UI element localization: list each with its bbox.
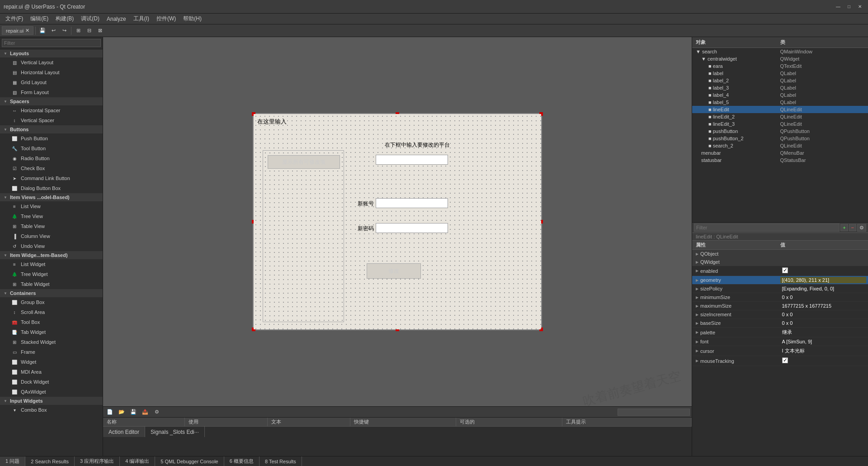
widget-filter-input[interactable] (2, 39, 101, 47)
close-button[interactable]: ✕ (855, 2, 864, 11)
col-shortcut[interactable]: 快捷键 (350, 418, 456, 426)
widget-item-radiobutton[interactable]: ◉Radio Button (0, 153, 103, 163)
widget-item-horizontalspacer[interactable]: ↔Horizontal Spacer (0, 105, 103, 115)
obj-item-search[interactable]: ▼ search QMainWindow (692, 48, 868, 55)
align-right-btn[interactable]: ⊠ (95, 26, 105, 36)
widget-item-listwidget[interactable]: ≡List Widget (0, 259, 103, 269)
col-use[interactable]: 使用 (185, 418, 268, 426)
menu-item-f[interactable]: 文件(F) (2, 14, 27, 24)
obj-item-statusbar[interactable]: statusbar QStatusBar (692, 157, 868, 164)
new-account-input[interactable] (376, 198, 448, 208)
open-action-btn[interactable]: 📂 (117, 407, 127, 417)
menu-item-analyze[interactable]: Analyze (103, 15, 130, 23)
widget-item-combobox[interactable]: ▾Combo Box (0, 405, 103, 415)
prop-remove-btn[interactable]: − (849, 224, 856, 231)
widget-item-columnview[interactable]: ▐Column View (0, 231, 103, 241)
section-itemwidgetembased[interactable]: ▼Item Widge...tem-Based) (0, 251, 103, 259)
maximize-button[interactable]: □ (844, 2, 854, 11)
widget-item-treewidget[interactable]: 🌲Tree Widget (0, 269, 103, 279)
save-action-btn[interactable]: 💾 (128, 407, 138, 417)
new-action-btn[interactable]: 📄 (105, 407, 115, 417)
prop-row-enabled[interactable]: ▶enabled (692, 266, 868, 276)
file-tab[interactable]: repair.ui ✕ (2, 26, 33, 35)
settings-action-btn[interactable]: ⚙ (152, 407, 162, 417)
status-tab-4[interactable]: 5 QML Debugger Console (155, 456, 224, 466)
widget-item-dialogbuttonbox[interactable]: ⬜Dialog Button Box (0, 183, 103, 193)
widget-item-scrollarea[interactable]: ↕Scroll Area (0, 307, 103, 317)
minimize-button[interactable]: — (834, 2, 843, 11)
widget-item-commandlinkbutton[interactable]: ➤Command Link Button (0, 173, 103, 183)
status-tab-6[interactable]: 8 Test Results (259, 456, 302, 466)
section-itemviewsodelbased[interactable]: ▼Item Views ...odel-Based) (0, 193, 103, 201)
status-tab-5[interactable]: 6 概要信息 (224, 456, 259, 466)
status-tab-2[interactable]: 3 应用程序输出 (75, 456, 120, 466)
prop-section-qobject[interactable]: ▶QObject (692, 250, 868, 258)
status-tab-3[interactable]: 4 编译输出 (120, 456, 155, 466)
prop-section-qwidget[interactable]: ▶QWidget (692, 258, 868, 266)
widget-item-groupbox[interactable]: ⬜Group Box (0, 297, 103, 307)
widget-item-frame[interactable]: ▭Frame (0, 347, 103, 357)
menu-item-i[interactable]: 工具(I) (130, 14, 153, 24)
widget-item-tabwidget[interactable]: 📑Tab Widget (0, 327, 103, 337)
prop-row-geometry[interactable]: ▶geometry [(410, 280), 211 x 21] (692, 276, 868, 285)
section-buttons[interactable]: ▼Buttons (0, 125, 103, 133)
section-spacers[interactable]: ▼Spacers (0, 97, 103, 105)
align-left-btn[interactable]: ⊞ (73, 26, 83, 36)
menu-item-w[interactable]: 控件(W) (153, 14, 179, 24)
section-containers[interactable]: ▼Containers (0, 289, 103, 297)
prop-row-palette[interactable]: ▶palette 继承 (692, 328, 868, 338)
prop-row-basesize[interactable]: ▶baseSize 0 x 0 (692, 319, 868, 328)
new-password-input[interactable] (376, 223, 448, 233)
menu-item-b[interactable]: 构建(B) (52, 14, 77, 24)
obj-item-search_2[interactable]: ■ search_2 QLineEdit (692, 142, 868, 149)
prop-row-cursor[interactable]: ▶cursor I 文本光标 (692, 346, 868, 356)
save-btn[interactable]: 💾 (38, 26, 47, 36)
form-window[interactable]: 在这里输入 显示所有可修改项 在下框中输入要修改的平台 (253, 113, 542, 330)
widget-item-widget[interactable]: ⬜Widget (0, 357, 103, 367)
widget-item-undoview[interactable]: ↺Undo View (0, 241, 103, 251)
obj-item-menubar[interactable]: menubar QMenuBar (692, 149, 868, 157)
widget-item-stackedwidget[interactable]: ⊞Stacked Widget (0, 337, 103, 347)
status-tab-1[interactable]: 2 Search Results (25, 456, 75, 466)
menu-item-e[interactable]: 编辑(E) (27, 14, 52, 24)
widget-item-verticalspacer[interactable]: ↕Vertical Spacer (0, 115, 103, 125)
widget-item-pushbutton[interactable]: ⬜Push Button (0, 133, 103, 143)
prop-row-sizeincrement[interactable]: ▶sizeIncrement 0 x 0 (692, 310, 868, 319)
action-editor-tab[interactable]: Action Editor (103, 427, 145, 437)
col-checkable[interactable]: 可选的 (456, 418, 562, 426)
widget-item-toolbutton[interactable]: 🔧Tool Button (0, 143, 103, 153)
platform-input[interactable] (376, 155, 448, 165)
prop-filter-input[interactable] (694, 223, 840, 232)
obj-item-label[interactable]: ■ label QLabel (692, 70, 868, 77)
undo-btn[interactable]: ↩ (48, 26, 58, 36)
show-all-button[interactable]: 显示所有可修改项 (268, 155, 340, 169)
action-filter-input[interactable]: Filter (618, 409, 690, 416)
prop-row-maximumsize[interactable]: ▶maximumSize 16777215 x 16777215 (692, 302, 868, 310)
redo-btn[interactable]: ↪ (59, 26, 69, 36)
col-tooltip[interactable]: 工具提示 (562, 418, 691, 426)
widget-item-toolbox[interactable]: 🧰Tool Box (0, 317, 103, 327)
status-tab-0[interactable]: 1 问题 (0, 456, 25, 466)
widget-item-checkbox[interactable]: ☑Check Box (0, 163, 103, 173)
widget-item-horizontallayout[interactable]: ▤Horizontal Layout (0, 67, 103, 77)
obj-item-eara[interactable]: ■ eara QTextEdit (692, 62, 868, 70)
col-name[interactable]: 名称 (103, 418, 185, 426)
export-btn[interactable]: 📤 (140, 407, 150, 417)
obj-item-label_3[interactable]: ■ label_3 QLabel (692, 84, 868, 91)
obj-item-centralwidget[interactable]: ▼ centralwidget QWidget (692, 55, 868, 62)
section-layouts[interactable]: ▼Layouts (0, 49, 103, 57)
menu-item-h[interactable]: 帮助(H) (179, 14, 205, 24)
align-center-btn[interactable]: ⊟ (84, 26, 94, 36)
prop-add-btn[interactable]: + (840, 224, 848, 231)
menu-item-d[interactable]: 调试(D) (77, 14, 103, 24)
obj-item-lineEdit[interactable]: ■ lineEdit QLineEdit (692, 106, 868, 113)
widget-item-tableview[interactable]: ⊞Table View (0, 221, 103, 231)
obj-item-lineEdit_3[interactable]: ■ lineEdit_3 QLineEdit (692, 120, 868, 128)
prop-row-mousetracking[interactable]: ▶mouseTracking (692, 356, 868, 366)
obj-item-label_2[interactable]: ■ label_2 QLabel (692, 77, 868, 84)
widget-item-qaxwidget[interactable]: ⬜QAxWidget (0, 387, 103, 397)
widget-item-mdiarea[interactable]: ⬜MDI Area (0, 367, 103, 377)
obj-item-lineEdit_2[interactable]: ■ lineEdit_2 QLineEdit (692, 113, 868, 120)
widget-item-gridlayout[interactable]: ▦Grid Layout (0, 77, 103, 87)
widget-item-listview[interactable]: ≡List View (0, 201, 103, 211)
